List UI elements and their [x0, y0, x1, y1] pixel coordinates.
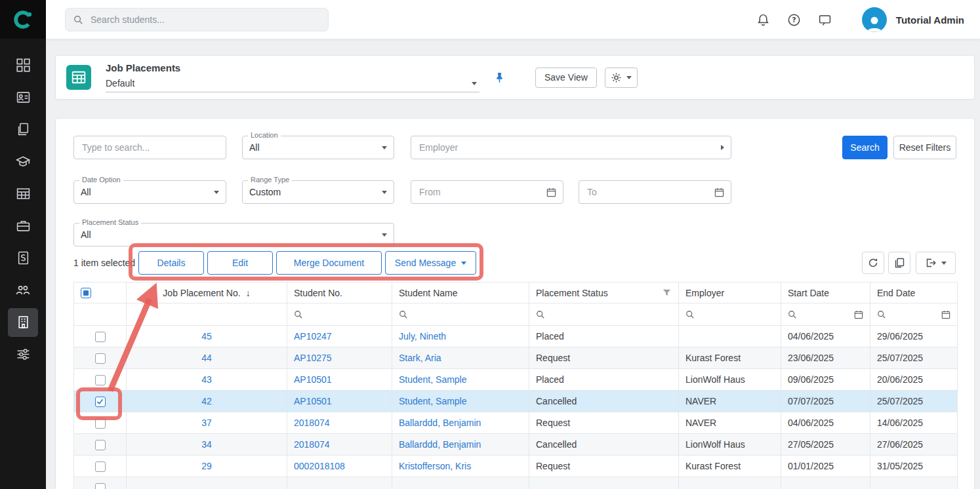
- to-date-picker[interactable]: [579, 180, 731, 204]
- select-all-checkbox[interactable]: [81, 288, 91, 298]
- student-no-link[interactable]: AP10275: [294, 353, 332, 363]
- briefcase-icon: [8, 212, 38, 241]
- column-search-icon[interactable]: [877, 310, 886, 319]
- help-icon[interactable]: ?: [787, 13, 801, 27]
- row-checkbox[interactable]: [95, 353, 106, 364]
- search-button[interactable]: Search: [842, 136, 888, 159]
- table-body: 45AP10247July, NinethPlaced04/06/202529/…: [74, 326, 958, 489]
- range-type-value: Custom: [249, 187, 281, 197]
- sidebar: [0, 0, 46, 489]
- column-search-icon[interactable]: [294, 310, 303, 319]
- student-name-link[interactable]: July, Nineth: [399, 331, 446, 342]
- gear-icon: [611, 72, 622, 83]
- col-header-end-date[interactable]: End Date: [877, 288, 915, 298]
- student-no-link[interactable]: AP10247: [294, 331, 332, 342]
- to-date-input[interactable]: [586, 186, 714, 198]
- row-checkbox[interactable]: [95, 375, 106, 385]
- calendar-icon[interactable]: [941, 310, 950, 319]
- job-placement-no-link[interactable]: 34: [201, 439, 212, 450]
- user-name[interactable]: Tutorial Admin: [896, 14, 964, 26]
- app-logo[interactable]: [0, 0, 46, 39]
- merge-document-button[interactable]: Merge Document: [276, 251, 382, 275]
- global-search-input[interactable]: [89, 14, 320, 26]
- column-search-icon[interactable]: [536, 310, 545, 319]
- row-checkbox[interactable]: [95, 397, 106, 407]
- export-button[interactable]: [916, 252, 956, 274]
- row-checkbox[interactable]: [95, 461, 106, 472]
- view-settings-button[interactable]: [605, 68, 638, 88]
- col-header-job-placement-no[interactable]: Job Placement No.: [163, 288, 240, 298]
- end-date-cell: 20/06/2025: [877, 374, 923, 385]
- column-search-icon[interactable]: [685, 310, 695, 319]
- row-checkbox[interactable]: [95, 332, 106, 342]
- pin-view-icon[interactable]: [494, 72, 505, 83]
- student-name-link[interactable]: Ballarddd, Benjamin: [399, 418, 481, 428]
- calendar-icon[interactable]: [854, 310, 863, 319]
- save-view-button[interactable]: Save View: [535, 68, 597, 88]
- chevron-down-icon: [472, 82, 477, 85]
- user-avatar[interactable]: [862, 7, 887, 32]
- sidebar-item-settings[interactable]: [0, 338, 46, 370]
- employer-input[interactable]: [418, 142, 721, 153]
- dashboard-icon: [8, 51, 38, 80]
- sidebar-item-job-placements[interactable]: [0, 306, 46, 338]
- location-select[interactable]: Location All: [242, 136, 394, 159]
- column-search-icon[interactable]: [788, 310, 797, 319]
- student-name-link[interactable]: Student, Sample: [399, 374, 467, 385]
- row-checkbox[interactable]: [95, 418, 106, 429]
- keyword-filter-input[interactable]: [81, 142, 219, 153]
- employer-combobox[interactable]: [411, 136, 731, 159]
- col-header-start-date[interactable]: Start Date: [788, 288, 829, 298]
- job-placement-no-link[interactable]: 43: [201, 374, 212, 385]
- placement-status-select[interactable]: Placement Status All: [73, 223, 394, 246]
- student-no-link[interactable]: 2018074: [294, 439, 330, 450]
- sidebar-item-contacts[interactable]: [0, 81, 46, 113]
- student-no-link[interactable]: AP10501: [294, 374, 332, 385]
- job-placement-no-link[interactable]: 44: [201, 353, 212, 363]
- col-header-student-no[interactable]: Student No.: [294, 288, 342, 298]
- sidebar-item-documents[interactable]: [0, 113, 46, 146]
- sidebar-item-billing[interactable]: [0, 242, 46, 274]
- keyword-filter[interactable]: [73, 136, 226, 159]
- student-name-link[interactable]: Kristofferson, Kris: [399, 461, 471, 471]
- student-no-link[interactable]: AP10501: [294, 396, 332, 406]
- sidebar-item-tables[interactable]: [0, 178, 46, 210]
- from-date-input[interactable]: [418, 186, 546, 198]
- student-no-link[interactable]: 2018074: [294, 418, 330, 428]
- copy-button[interactable]: [888, 252, 910, 274]
- filter-funnel-icon[interactable]: [662, 288, 672, 298]
- row-checkbox[interactable]: [95, 440, 106, 450]
- range-type-select[interactable]: Range Type Custom: [242, 180, 394, 204]
- details-button[interactable]: Details: [138, 251, 204, 275]
- student-name-link[interactable]: Ballarddd, Benjamin: [399, 439, 481, 450]
- row-checkbox[interactable]: [95, 483, 106, 489]
- refresh-button[interactable]: [862, 252, 884, 274]
- edit-button[interactable]: Edit: [207, 251, 273, 275]
- job-placement-no-link[interactable]: 45: [201, 331, 212, 342]
- col-header-employer[interactable]: Employer: [685, 288, 724, 298]
- send-message-button[interactable]: Send Message: [385, 251, 476, 275]
- col-header-placement-status[interactable]: Placement Status: [536, 288, 608, 298]
- sidebar-item-courses[interactable]: [0, 146, 46, 178]
- student-no-link[interactable]: 0002018108: [294, 461, 345, 471]
- student-name-link[interactable]: Stark, Aria: [399, 353, 441, 363]
- view-select[interactable]: Default: [106, 78, 480, 92]
- job-placement-no-link[interactable]: 29: [201, 461, 212, 471]
- from-date-picker[interactable]: [411, 180, 563, 204]
- global-search[interactable]: [65, 8, 329, 31]
- calendar-icon[interactable]: [714, 187, 724, 197]
- sidebar-item-people[interactable]: [0, 274, 46, 306]
- date-option-select[interactable]: Date Option All: [73, 180, 226, 204]
- employer-cell: Kurast Forest: [685, 353, 741, 363]
- student-name-link[interactable]: Student, Sample: [399, 396, 467, 406]
- sidebar-item-dashboard[interactable]: [0, 49, 46, 81]
- reset-filters-button[interactable]: Reset Filters: [893, 136, 956, 159]
- sidebar-item-employers[interactable]: [0, 210, 46, 242]
- job-placement-no-link[interactable]: 37: [201, 418, 212, 428]
- column-search-icon[interactable]: [399, 310, 408, 319]
- col-header-student-name[interactable]: Student Name: [399, 288, 458, 298]
- calendar-icon[interactable]: [546, 187, 556, 197]
- messages-icon[interactable]: [818, 13, 832, 27]
- notifications-bell-icon[interactable]: [756, 13, 770, 27]
- job-placement-no-link[interactable]: 42: [201, 396, 212, 406]
